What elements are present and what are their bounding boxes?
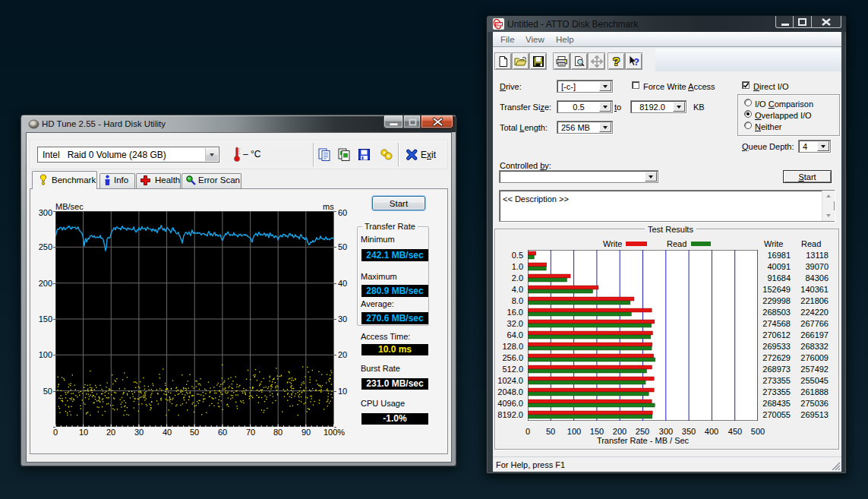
svg-text:ATTO: ATTO [496,23,503,26]
